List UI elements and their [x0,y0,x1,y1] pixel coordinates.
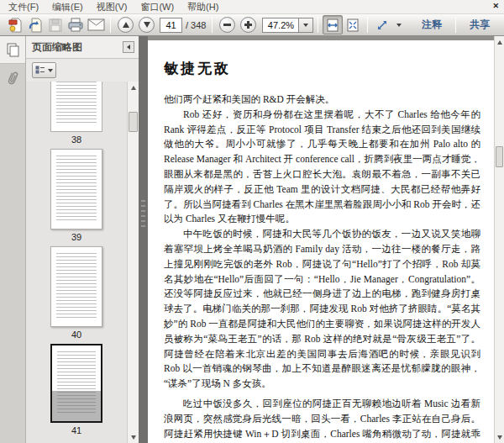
scrollbar-thumb[interactable] [129,112,138,132]
thumbnail-label-40: 40 [71,330,81,340]
thumbnail-label-41: 41 [71,425,81,435]
toolbar-right-group: 注释 共享 [412,17,499,33]
page-body: 他们两个赶紧和美国的 R&D 开会解决。 Rob 还好，资历和身份都在这里摆着呢… [164,92,480,443]
scroll-down-icon[interactable] [128,431,139,443]
down-arrow-icon [144,22,150,28]
page-number-input[interactable]: 41 [160,18,182,33]
collapse-panel-button[interactable] [123,41,134,53]
next-page-button[interactable] [139,17,155,33]
scroll-up-icon[interactable] [128,82,139,93]
panel-header: 页面缩略图 [26,36,139,59]
minus-icon [223,24,231,26]
thumbnail-column: 38 39 40 41 [26,82,127,443]
fit-width-button[interactable] [323,15,343,34]
thumbnail-page-40[interactable] [50,246,102,327]
paperclip-icon [5,70,20,87]
paragraph: 吃过中饭没多久，回到座位的阿捷正百无聊赖地边听着 Music 边看新浪网页，突然… [164,397,480,443]
save-button[interactable] [45,15,66,34]
convert-file-button[interactable] [25,15,45,34]
main-content: 页面缩略图 38 39 [0,36,504,443]
toolbar: 41 / 348 47.2% 注释 共享 [0,13,504,36]
open-file-button[interactable] [5,15,25,34]
thumbnail-page-38-clipped [50,82,102,132]
paragraph: 他们两个赶紧和美国的 R&D 开会解决。 [164,92,480,108]
zoom-level-input[interactable]: 47.2% [262,18,299,33]
page-thumbnails-tab[interactable] [0,36,25,64]
thumbnail-page-38[interactable] [50,82,102,132]
menu-bar: 文件(F) 编辑(E) 视图(V) 窗口(W) 帮助(H) ✕ [0,0,504,13]
paragraph: 中午吃饭的时候，阿捷和大民等几个饭协的饭友，一边又说又笑地聊着塞罕坝上烤全羊喝马… [164,227,480,392]
menu-window[interactable]: 窗口(W) [134,0,181,14]
thumbnail-page-39[interactable] [50,149,102,229]
pdf-reader-window: 文件(F) 编辑(E) 视图(V) 窗口(W) 帮助(H) ✕ [0,0,504,443]
panel-splitter[interactable] [139,36,148,443]
document-view: 敏捷无敌 他们两个赶紧和美国的 R&D 开会解决。 Rob 还好，资历和身份都在… [148,36,504,443]
panel-options-row [26,59,139,82]
scroll-down-icon[interactable] [495,431,504,443]
document-blue-arrow-icon [28,17,44,33]
pdf-page: 敏捷无敌 他们两个赶紧和美国的 R&D 开会解决。 Rob 还好，资历和身份都在… [148,40,494,443]
page-count-label: / 348 [186,20,206,30]
share-panel-button[interactable]: 共享 [460,18,499,32]
chevron-down-icon [396,24,402,27]
email-button[interactable] [86,15,106,34]
toolbar-separator [455,17,456,33]
attachments-tab[interactable] [0,64,25,92]
thumbnail-page-41-selected[interactable] [50,344,102,423]
reading-mode-button[interactable] [372,15,392,34]
open-document-icon [8,17,24,33]
zoom-dropdown-button[interactable] [299,18,313,33]
toolbar-separator [367,17,368,33]
menu-file[interactable]: 文件(F) [2,0,45,14]
fit-page-button[interactable] [343,15,363,34]
thumbnail-list: 38 39 40 41 [26,82,139,443]
plus-icon [244,21,252,29]
menu-help[interactable]: 帮助(H) [181,0,225,14]
panel-title: 页面缩略图 [32,40,82,55]
printer-icon [67,17,84,33]
fit-page-icon [345,18,360,33]
previous-page-button[interactable] [118,17,134,33]
up-arrow-icon [123,22,129,28]
scrollbar-thumb[interactable] [496,146,503,167]
zoom-in-button[interactable] [240,17,256,33]
chevron-left-icon [127,45,130,50]
scroll-up-icon[interactable] [495,36,504,48]
toolbar-separator [212,17,213,33]
reading-mode-dropdown[interactable] [392,17,405,34]
navigation-pane-strip [0,36,26,443]
page-thumbnails-icon [5,42,21,58]
zoom-out-button[interactable] [219,17,235,33]
comment-panel-button[interactable]: 注释 [412,18,451,32]
menu-view[interactable]: 视图(V) [90,0,134,14]
list-options-icon [35,66,45,75]
thumbnail-label-38: 38 [71,134,81,145]
paragraph: Rob 还好，资历和身份都在这里摆着呢，大不了 Charles 给他今年的 Ra… [164,108,480,227]
toolbar-separator [110,17,111,33]
page-title: 敏捷无敌 [164,59,480,78]
floppy-disk-icon [48,18,63,33]
close-icon[interactable]: ✕ [492,1,499,11]
chevron-down-icon [48,69,53,72]
document-scrollbar[interactable] [494,36,504,443]
envelope-icon [87,18,105,31]
toolbar-separator [318,17,318,33]
chevron-down-icon [303,24,308,27]
thumbnail-options-button[interactable] [32,62,56,78]
thumbnail-label-39: 39 [71,232,81,242]
print-button[interactable] [66,15,86,34]
thumbnails-panel: 页面缩略图 38 39 [26,36,139,443]
fit-width-icon [325,18,340,33]
thumbnails-scrollbar[interactable] [127,82,139,443]
menu-edit[interactable]: 编辑(E) [45,0,90,14]
diagonal-expand-arrows-icon [375,18,389,32]
